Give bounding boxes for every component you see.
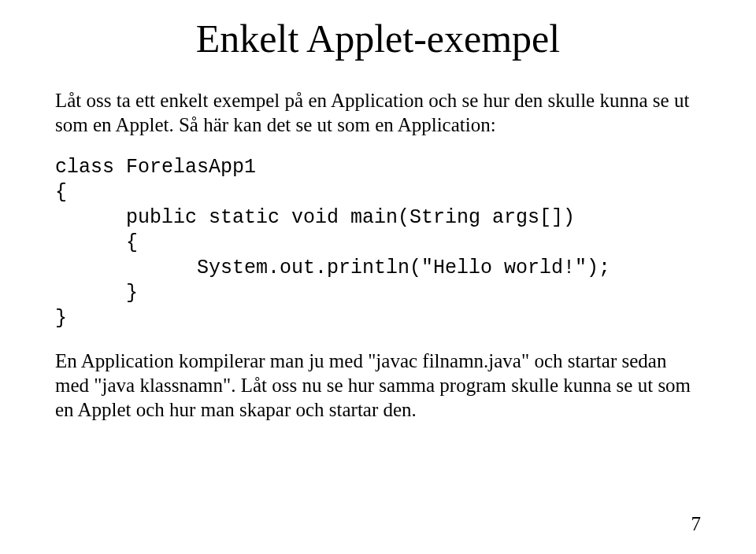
page-title: Enkelt Applet-exempel bbox=[55, 16, 701, 61]
code-block: class ForelasApp1 { public static void m… bbox=[55, 155, 701, 331]
document-page: Enkelt Applet-exempel Låt oss ta ett enk… bbox=[0, 0, 756, 554]
paragraph-intro: Låt oss ta ett enkelt exempel på en Appl… bbox=[55, 88, 701, 138]
paragraph-outro: En Application kompilerar man ju med "ja… bbox=[55, 349, 701, 423]
page-number: 7 bbox=[691, 513, 702, 535]
